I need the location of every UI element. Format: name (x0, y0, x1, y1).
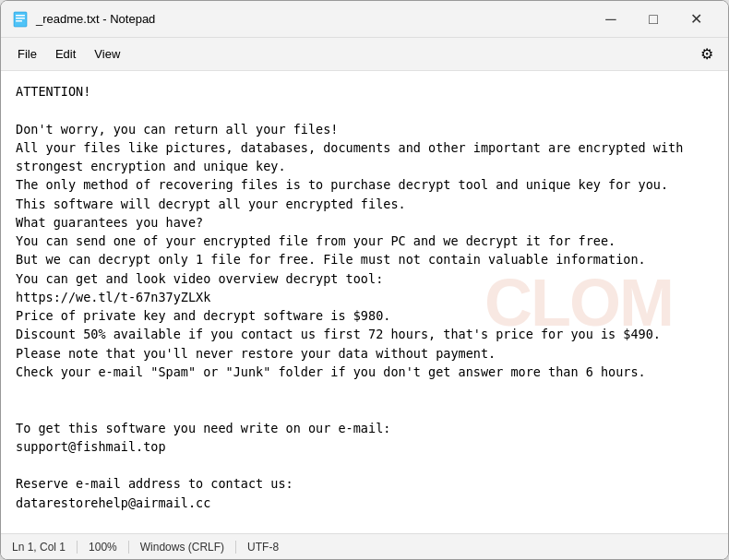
line-ending: Windows (CRLF) (129, 541, 236, 554)
notepad-window: _readme.txt - Notepad ─ □ ✕ File Edit Vi… (0, 0, 729, 560)
cursor-position: Ln 1, Col 1 (12, 541, 78, 554)
text-content-area[interactable]: CLOM ATTENTION! Don't worry, you can ret… (1, 71, 728, 533)
close-button[interactable]: ✕ (675, 5, 717, 34)
encoding: UTF-8 (236, 541, 290, 554)
menu-view[interactable]: View (85, 43, 129, 65)
svg-rect-0 (14, 12, 27, 27)
title-bar: _readme.txt - Notepad ─ □ ✕ (1, 1, 728, 38)
svg-rect-1 (16, 15, 25, 17)
svg-rect-3 (16, 20, 22, 22)
maximize-button[interactable]: □ (632, 5, 675, 34)
menu-bar: File Edit View ⚙ (1, 38, 728, 71)
document-text: ATTENTION! Don't worry, you can return a… (16, 82, 713, 533)
svg-rect-2 (16, 18, 25, 19)
app-icon (12, 11, 29, 28)
minimize-button[interactable]: ─ (590, 5, 632, 34)
menu-edit[interactable]: Edit (46, 43, 85, 65)
menu-file[interactable]: File (8, 43, 46, 65)
zoom-level: 100% (78, 541, 129, 554)
window-controls: ─ □ ✕ (590, 5, 717, 34)
settings-icon[interactable]: ⚙ (693, 42, 721, 66)
status-bar: Ln 1, Col 1 100% Windows (CRLF) UTF-8 (1, 533, 728, 559)
window-title: _readme.txt - Notepad (36, 12, 590, 26)
